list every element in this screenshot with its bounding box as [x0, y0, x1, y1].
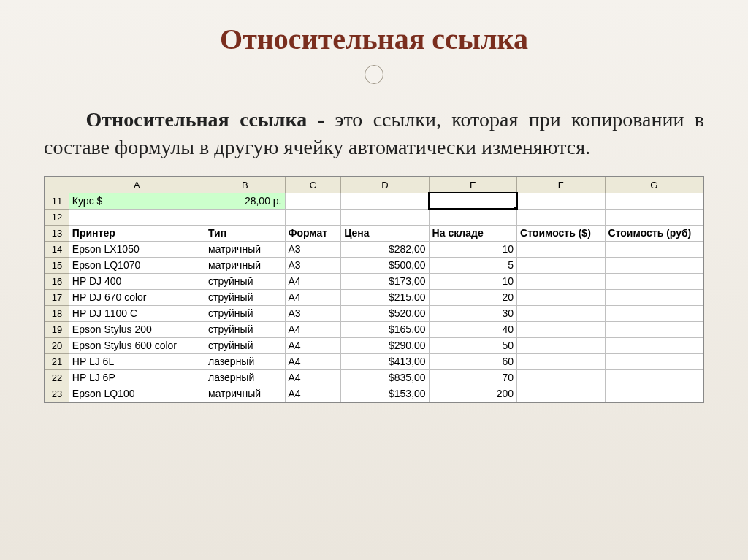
- cell-A14[interactable]: Epson LX1050: [69, 241, 205, 257]
- cell-B18[interactable]: струйный: [205, 305, 286, 321]
- cell-B16[interactable]: струйный: [205, 273, 286, 289]
- cell-F14[interactable]: [517, 241, 605, 257]
- cell-F13[interactable]: Стоимость ($): [517, 225, 605, 241]
- cell-A20[interactable]: Epson Stylus 600 color: [69, 337, 205, 353]
- cell-E17[interactable]: 20: [429, 289, 516, 305]
- cell-D12[interactable]: [341, 209, 429, 225]
- cell-E14[interactable]: 10: [429, 241, 516, 257]
- cell-D16[interactable]: $173,00: [341, 273, 429, 289]
- cell-D15[interactable]: $500,00: [341, 257, 429, 273]
- col-header-D[interactable]: D: [341, 177, 429, 193]
- row-header-15[interactable]: 15: [45, 257, 69, 273]
- cell-B20[interactable]: струйный: [205, 337, 286, 353]
- cell-C11[interactable]: [285, 193, 341, 209]
- cell-E11-selected[interactable]: [429, 193, 516, 209]
- cell-D14[interactable]: $282,00: [341, 241, 429, 257]
- cell-A13[interactable]: Принтер: [69, 225, 205, 241]
- cell-D20[interactable]: $290,00: [341, 337, 429, 353]
- cell-A18[interactable]: HP DJ 1100 C: [69, 305, 205, 321]
- cell-C22[interactable]: A4: [285, 369, 341, 386]
- cell-B23[interactable]: матричный: [205, 386, 286, 402]
- cell-E16[interactable]: 10: [429, 273, 516, 289]
- cell-E18[interactable]: 30: [429, 305, 516, 321]
- cell-F21[interactable]: [517, 353, 605, 369]
- row-header-17[interactable]: 17: [45, 289, 69, 305]
- cell-F15[interactable]: [517, 257, 605, 273]
- cell-G17[interactable]: [605, 289, 703, 305]
- cell-G18[interactable]: [605, 305, 703, 321]
- cell-A16[interactable]: HP DJ 400: [69, 273, 205, 289]
- cell-C17[interactable]: A4: [285, 289, 341, 305]
- row-header-20[interactable]: 20: [45, 337, 69, 353]
- cell-B13[interactable]: Тип: [205, 225, 286, 241]
- row-header-14[interactable]: 14: [45, 241, 69, 257]
- cell-C20[interactable]: A4: [285, 337, 341, 353]
- cell-B21[interactable]: лазерный: [205, 353, 286, 369]
- cell-G13[interactable]: Стоимость (руб): [605, 225, 703, 241]
- row-header-18[interactable]: 18: [45, 305, 69, 321]
- cell-E22[interactable]: 70: [429, 369, 516, 386]
- cell-E12[interactable]: [429, 209, 516, 225]
- cell-G15[interactable]: [605, 257, 703, 273]
- cell-G12[interactable]: [605, 209, 703, 225]
- cell-F12[interactable]: [517, 209, 605, 225]
- cell-A17[interactable]: HP DJ 670 color: [69, 289, 205, 305]
- cell-D22[interactable]: $835,00: [341, 369, 429, 386]
- cell-B19[interactable]: струйный: [205, 321, 286, 337]
- cell-C15[interactable]: A3: [285, 257, 341, 273]
- cell-A22[interactable]: HP LJ 6P: [69, 369, 205, 386]
- cell-G21[interactable]: [605, 353, 703, 369]
- cell-A12[interactable]: [69, 209, 205, 225]
- cell-D21[interactable]: $413,00: [341, 353, 429, 369]
- cell-G11[interactable]: [605, 193, 703, 209]
- row-header-11[interactable]: 11: [45, 193, 69, 209]
- cell-B22[interactable]: лазерный: [205, 369, 286, 386]
- cell-D13[interactable]: Цена: [341, 225, 429, 241]
- cell-B15[interactable]: матричный: [205, 257, 286, 273]
- row-header-22[interactable]: 22: [45, 369, 69, 386]
- cell-C16[interactable]: A4: [285, 273, 341, 289]
- cell-D19[interactable]: $165,00: [341, 321, 429, 337]
- cell-E20[interactable]: 50: [429, 337, 516, 353]
- row-header-21[interactable]: 21: [45, 353, 69, 369]
- cell-G19[interactable]: [605, 321, 703, 337]
- cell-C23[interactable]: A4: [285, 386, 341, 402]
- cell-B17[interactable]: струйный: [205, 289, 286, 305]
- cell-D23[interactable]: $153,00: [341, 386, 429, 402]
- cell-F17[interactable]: [517, 289, 605, 305]
- cell-E23[interactable]: 200: [429, 386, 516, 402]
- cell-F16[interactable]: [517, 273, 605, 289]
- cell-G20[interactable]: [605, 337, 703, 353]
- cell-D11[interactable]: [341, 193, 429, 209]
- cell-B12[interactable]: [205, 209, 286, 225]
- cell-E15[interactable]: 5: [429, 257, 516, 273]
- col-header-C[interactable]: C: [285, 177, 341, 193]
- cell-C12[interactable]: [285, 209, 341, 225]
- cell-D17[interactable]: $215,00: [341, 289, 429, 305]
- select-all-corner[interactable]: [45, 177, 69, 193]
- cell-A11[interactable]: Курс $: [69, 193, 205, 209]
- cell-F20[interactable]: [517, 337, 605, 353]
- col-header-A[interactable]: A: [69, 177, 205, 193]
- cell-B11[interactable]: 28,00 р.: [205, 193, 286, 209]
- cell-E19[interactable]: 40: [429, 321, 516, 337]
- row-header-23[interactable]: 23: [45, 386, 69, 402]
- row-header-13[interactable]: 13: [45, 225, 69, 241]
- cell-F23[interactable]: [517, 386, 605, 402]
- col-header-G[interactable]: G: [605, 177, 703, 193]
- col-header-E[interactable]: E: [429, 177, 516, 193]
- cell-F22[interactable]: [517, 369, 605, 386]
- row-header-12[interactable]: 12: [45, 209, 69, 225]
- cell-G16[interactable]: [605, 273, 703, 289]
- cell-E21[interactable]: 60: [429, 353, 516, 369]
- cell-F19[interactable]: [517, 321, 605, 337]
- cell-C18[interactable]: A3: [285, 305, 341, 321]
- cell-D18[interactable]: $520,00: [341, 305, 429, 321]
- cell-G22[interactable]: [605, 369, 703, 386]
- row-header-19[interactable]: 19: [45, 321, 69, 337]
- cell-F11[interactable]: [517, 193, 605, 209]
- col-header-F[interactable]: F: [517, 177, 605, 193]
- col-header-B[interactable]: B: [205, 177, 286, 193]
- cell-G23[interactable]: [605, 386, 703, 402]
- cell-C13[interactable]: Формат: [285, 225, 341, 241]
